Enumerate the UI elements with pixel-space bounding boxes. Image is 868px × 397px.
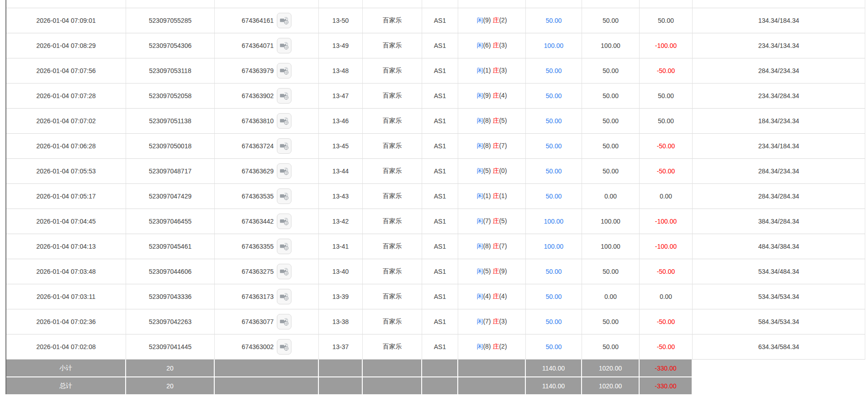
video-replay-button[interactable] — [277, 138, 291, 154]
cell-order-id: 523097053118 — [126, 58, 215, 84]
cell-table-name: AS1 — [422, 33, 458, 58]
cell-bet-amount: 100.00 — [526, 209, 582, 234]
video-icon — [280, 217, 289, 226]
player-score: (8) — [483, 343, 491, 350]
video-replay-button[interactable] — [277, 63, 291, 78]
bet-amount-link[interactable]: 100.00 — [544, 243, 564, 250]
cell-winloss: -50.00 — [640, 259, 693, 284]
video-replay-button[interactable] — [277, 264, 291, 279]
bet-amount-link[interactable]: 50.00 — [545, 142, 561, 150]
cell-balance: 234.34/284.34 — [693, 84, 865, 109]
table-row: 2026-01-04 07:05:53 523097048717 6743636… — [6, 159, 865, 184]
cell-valid-amount: 50.00 — [582, 334, 640, 360]
bet-amount-link[interactable]: 50.00 — [545, 268, 561, 275]
video-replay-button[interactable] — [277, 113, 291, 129]
cell-game-result: 闲(7) 庄(3) — [458, 309, 526, 334]
cell-winloss: -100.00 — [640, 234, 693, 259]
cell-bet-time: 2026-01-04 07:07:28 — [6, 84, 126, 109]
video-replay-button[interactable] — [277, 13, 291, 28]
player-score: (7) — [483, 318, 491, 325]
subtotal-valid: 1020.00 — [582, 360, 640, 377]
cell-round-number: 13-43 — [319, 184, 363, 209]
player-score: (9) — [483, 16, 491, 24]
banker-score: (3) — [499, 42, 507, 49]
cell-game-id: 674363629 — [215, 159, 319, 184]
cell-winloss: 50.00 — [640, 8, 693, 33]
cell-valid-amount: 0.00 — [582, 284, 640, 309]
cell-round-number: 13-40 — [319, 259, 363, 284]
game-id-text: 674363002 — [242, 343, 274, 350]
cell-game-type: 百家乐 — [363, 33, 422, 58]
video-replay-button[interactable] — [277, 188, 291, 204]
cell-bet-time: 2026-01-04 07:02:36 — [6, 309, 126, 334]
cell-valid-amount: 100.00 — [582, 234, 640, 259]
cell-balance: 284.34/284.34 — [693, 184, 865, 209]
cell-game-result: 闲(1) 庄(1) — [458, 184, 526, 209]
video-replay-button[interactable] — [277, 289, 291, 304]
table-row: 2026-01-04 07:07:56 523097053118 6743639… — [6, 58, 865, 84]
video-replay-button[interactable] — [277, 239, 291, 254]
player-score: (8) — [483, 242, 491, 250]
banker-score: (2) — [499, 343, 507, 350]
cell-winloss: 50.00 — [640, 84, 693, 109]
banker-label: 庄 — [492, 267, 499, 275]
total-valid: 1020.00 — [582, 377, 640, 394]
total-count: 20 — [126, 377, 215, 394]
cell-game-result: 闲(9) 庄(2) — [458, 8, 526, 33]
banker-label: 庄 — [492, 42, 499, 49]
video-icon — [280, 16, 289, 25]
bet-amount-link[interactable]: 50.00 — [545, 67, 561, 74]
cell-round-number: 13-42 — [319, 209, 363, 234]
video-replay-button[interactable] — [277, 38, 291, 53]
video-icon — [280, 242, 289, 251]
cell-game-type: 百家乐 — [363, 84, 422, 109]
cell-order-id: 523097047429 — [126, 184, 215, 209]
bet-amount-link[interactable]: 100.00 — [544, 218, 564, 225]
banker-label: 庄 — [492, 92, 499, 99]
bet-amount-link[interactable]: 50.00 — [545, 167, 561, 175]
cell-balance: 184.34/234.34 — [693, 109, 865, 134]
cell-game-result: 闲(7) 庄(5) — [458, 209, 526, 234]
table-row: 2026-01-04 07:03:11 523097043336 6743631… — [6, 284, 865, 309]
game-id-text: 674363442 — [242, 218, 274, 225]
player-score: (6) — [483, 42, 491, 49]
cell-bet-time: 2026-01-04 07:05:53 — [6, 159, 126, 184]
bet-amount-link[interactable]: 50.00 — [545, 17, 561, 24]
bet-amount-link[interactable]: 50.00 — [545, 318, 561, 325]
cell-valid-amount: 50.00 — [582, 58, 640, 84]
bet-amount-link[interactable]: 50.00 — [545, 343, 561, 350]
video-replay-button[interactable] — [277, 339, 291, 355]
cell-round-number: 13-45 — [319, 134, 363, 159]
video-replay-button[interactable] — [277, 163, 291, 179]
bet-amount-link[interactable]: 50.00 — [545, 293, 561, 300]
video-replay-button[interactable] — [277, 314, 291, 329]
video-replay-button[interactable] — [277, 214, 291, 229]
player-label: 闲 — [476, 92, 483, 99]
cell-game-type: 百家乐 — [363, 284, 422, 309]
banker-label: 庄 — [492, 293, 499, 300]
cell-valid-amount: 100.00 — [582, 33, 640, 58]
video-replay-button[interactable] — [277, 88, 291, 104]
player-label: 闲 — [476, 343, 483, 350]
banker-score: (2) — [499, 16, 507, 24]
cell-game-id: 674364071 — [215, 33, 319, 58]
cell-game-type: 百家乐 — [363, 184, 422, 209]
bet-amount-link[interactable]: 50.00 — [545, 193, 561, 200]
banker-score: (5) — [499, 117, 507, 124]
cell-order-id: 523097050018 — [126, 134, 215, 159]
cell-balance: 384.34/284.34 — [693, 209, 865, 234]
bet-amount-link[interactable]: 50.00 — [545, 92, 561, 99]
subtotal-count: 20 — [126, 360, 215, 377]
banker-label: 庄 — [492, 217, 499, 225]
cell-game-id: 674363002 — [215, 334, 319, 360]
player-label: 闲 — [476, 16, 483, 24]
cell-game-result: 闲(4) 庄(4) — [458, 284, 526, 309]
player-score: (8) — [483, 142, 491, 149]
cell-bet-time: 2026-01-04 07:09:01 — [6, 8, 126, 33]
cell-game-id: 674363442 — [215, 209, 319, 234]
cell-bet-amount: 50.00 — [526, 284, 582, 309]
bet-amount-link[interactable]: 50.00 — [545, 117, 561, 125]
game-id-text: 674363810 — [242, 117, 274, 125]
cell-bet-amount: 50.00 — [526, 84, 582, 109]
bet-amount-link[interactable]: 100.00 — [544, 42, 564, 49]
